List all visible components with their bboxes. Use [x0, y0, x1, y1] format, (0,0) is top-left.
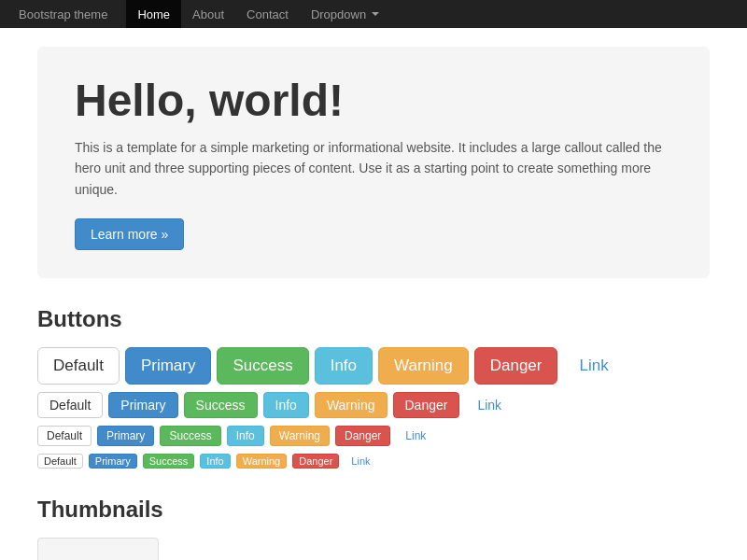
- nav-item-contact[interactable]: Contact: [235, 0, 300, 28]
- btn-link-sm[interactable]: Link: [396, 426, 435, 446]
- btn-default-xs[interactable]: Default: [37, 454, 83, 469]
- navbar: Bootstrap theme Home About Contact Dropd…: [0, 0, 747, 28]
- nav-item-about[interactable]: About: [181, 0, 235, 28]
- hero-description: This is a template for a simple marketin…: [75, 137, 672, 200]
- thumbnails-section: Thumbnails 200x200: [37, 497, 710, 560]
- btn-default-sm[interactable]: Default: [37, 426, 92, 446]
- learn-more-button[interactable]: Learn more »: [75, 218, 184, 250]
- btn-success-xs[interactable]: Success: [143, 454, 195, 469]
- btn-link-lg[interactable]: Link: [563, 347, 624, 385]
- btn-primary-sm[interactable]: Primary: [97, 426, 154, 446]
- btn-info-md[interactable]: Info: [263, 392, 309, 418]
- btn-success-lg[interactable]: Success: [217, 347, 308, 385]
- btn-success-sm[interactable]: Success: [160, 426, 220, 446]
- btn-info-xs[interactable]: Info: [200, 454, 230, 469]
- btn-link-xs[interactable]: Link: [345, 454, 376, 469]
- nav-item-home[interactable]: Home: [126, 0, 181, 28]
- btn-warning-sm[interactable]: Warning: [270, 426, 330, 446]
- buttons-row-xs: Default Primary Success Info Warning Dan…: [37, 454, 710, 469]
- buttons-section: Buttons Default Primary Success Info War…: [37, 306, 710, 469]
- btn-primary-md[interactable]: Primary: [108, 392, 177, 418]
- thumbnail-item[interactable]: 200x200: [37, 538, 159, 560]
- main-container: Hello, world! This is a template for a s…: [19, 28, 728, 560]
- btn-danger-xs[interactable]: Danger: [292, 454, 339, 469]
- navbar-brand[interactable]: Bootstrap theme: [19, 7, 107, 21]
- nav-items: Home About Contact Dropdown: [126, 0, 390, 28]
- btn-danger-sm[interactable]: Danger: [335, 426, 390, 446]
- btn-info-lg[interactable]: Info: [315, 347, 373, 385]
- thumbnails-section-title: Thumbnails: [37, 497, 710, 523]
- hero-title: Hello, world!: [75, 75, 672, 126]
- btn-success-md[interactable]: Success: [184, 392, 258, 418]
- dropdown-label: Dropdown: [311, 7, 366, 21]
- btn-warning-xs[interactable]: Warning: [236, 454, 288, 469]
- btn-warning-md[interactable]: Warning: [315, 392, 388, 418]
- buttons-row-lg: Default Primary Success Info Warning Dan…: [37, 347, 710, 385]
- buttons-row-sm: Default Primary Success Info Warning Dan…: [37, 426, 710, 446]
- btn-default-md[interactable]: Default: [37, 392, 103, 418]
- btn-warning-lg[interactable]: Warning: [378, 347, 469, 385]
- btn-info-sm[interactable]: Info: [227, 426, 264, 446]
- btn-danger-md[interactable]: Danger: [393, 392, 460, 418]
- btn-link-md[interactable]: Link: [465, 392, 514, 418]
- buttons-row-md: Default Primary Success Info Warning Dan…: [37, 392, 710, 418]
- btn-primary-xs[interactable]: Primary: [89, 454, 137, 469]
- buttons-section-title: Buttons: [37, 306, 710, 332]
- btn-default-lg[interactable]: Default: [37, 347, 120, 385]
- dropdown-caret-icon: [372, 12, 379, 16]
- btn-danger-lg[interactable]: Danger: [474, 347, 558, 385]
- btn-primary-lg[interactable]: Primary: [125, 347, 212, 385]
- hero-unit: Hello, world! This is a template for a s…: [37, 47, 710, 278]
- nav-item-dropdown[interactable]: Dropdown: [300, 0, 390, 28]
